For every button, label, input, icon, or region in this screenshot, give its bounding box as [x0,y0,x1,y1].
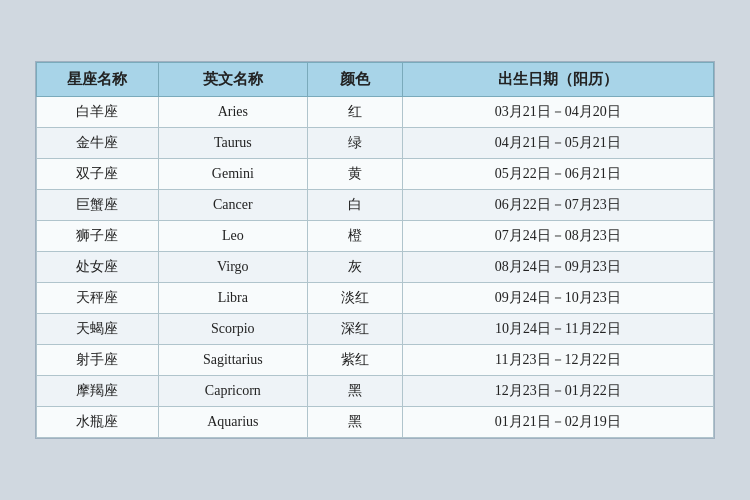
cell-english: Virgo [158,252,307,283]
table-row: 射手座Sagittarius紫红11月23日－12月22日 [37,345,714,376]
cell-english: Libra [158,283,307,314]
cell-chinese: 处女座 [37,252,159,283]
cell-color: 橙 [307,221,402,252]
cell-english: Cancer [158,190,307,221]
header-color: 颜色 [307,63,402,97]
table-row: 水瓶座Aquarius黑01月21日－02月19日 [37,407,714,438]
table-header-row: 星座名称 英文名称 颜色 出生日期（阳历） [37,63,714,97]
cell-english: Aries [158,97,307,128]
cell-english: Scorpio [158,314,307,345]
table-row: 摩羯座Capricorn黑12月23日－01月22日 [37,376,714,407]
header-chinese: 星座名称 [37,63,159,97]
cell-date: 03月21日－04月20日 [402,97,713,128]
cell-color: 紫红 [307,345,402,376]
cell-color: 黄 [307,159,402,190]
table-row: 白羊座Aries红03月21日－04月20日 [37,97,714,128]
cell-english: Sagittarius [158,345,307,376]
cell-chinese: 白羊座 [37,97,159,128]
cell-english: Leo [158,221,307,252]
header-date: 出生日期（阳历） [402,63,713,97]
zodiac-table-container: 星座名称 英文名称 颜色 出生日期（阳历） 白羊座Aries红03月21日－04… [35,61,715,439]
cell-color: 红 [307,97,402,128]
cell-date: 05月22日－06月21日 [402,159,713,190]
table-row: 狮子座Leo橙07月24日－08月23日 [37,221,714,252]
cell-date: 06月22日－07月23日 [402,190,713,221]
table-row: 天秤座Libra淡红09月24日－10月23日 [37,283,714,314]
cell-chinese: 巨蟹座 [37,190,159,221]
cell-english: Capricorn [158,376,307,407]
cell-color: 淡红 [307,283,402,314]
cell-date: 08月24日－09月23日 [402,252,713,283]
cell-chinese: 水瓶座 [37,407,159,438]
cell-date: 01月21日－02月19日 [402,407,713,438]
cell-date: 10月24日－11月22日 [402,314,713,345]
cell-chinese: 摩羯座 [37,376,159,407]
cell-color: 黑 [307,376,402,407]
cell-english: Taurus [158,128,307,159]
header-english: 英文名称 [158,63,307,97]
cell-date: 11月23日－12月22日 [402,345,713,376]
cell-chinese: 狮子座 [37,221,159,252]
cell-color: 深红 [307,314,402,345]
cell-date: 09月24日－10月23日 [402,283,713,314]
cell-english: Gemini [158,159,307,190]
cell-color: 黑 [307,407,402,438]
cell-color: 白 [307,190,402,221]
cell-date: 12月23日－01月22日 [402,376,713,407]
cell-chinese: 天蝎座 [37,314,159,345]
cell-chinese: 射手座 [37,345,159,376]
zodiac-table: 星座名称 英文名称 颜色 出生日期（阳历） 白羊座Aries红03月21日－04… [36,62,714,438]
table-row: 巨蟹座Cancer白06月22日－07月23日 [37,190,714,221]
cell-chinese: 双子座 [37,159,159,190]
table-row: 双子座Gemini黄05月22日－06月21日 [37,159,714,190]
table-body: 白羊座Aries红03月21日－04月20日金牛座Taurus绿04月21日－0… [37,97,714,438]
cell-english: Aquarius [158,407,307,438]
cell-date: 07月24日－08月23日 [402,221,713,252]
table-row: 天蝎座Scorpio深红10月24日－11月22日 [37,314,714,345]
cell-date: 04月21日－05月21日 [402,128,713,159]
cell-color: 绿 [307,128,402,159]
cell-color: 灰 [307,252,402,283]
table-row: 处女座Virgo灰08月24日－09月23日 [37,252,714,283]
cell-chinese: 金牛座 [37,128,159,159]
cell-chinese: 天秤座 [37,283,159,314]
table-row: 金牛座Taurus绿04月21日－05月21日 [37,128,714,159]
